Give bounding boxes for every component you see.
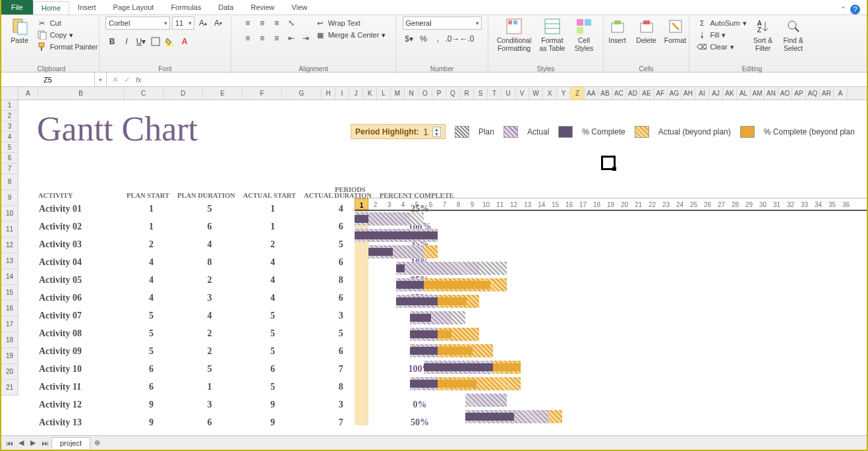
indent-inc-button[interactable]: ⇥ <box>299 32 312 45</box>
dec-decimal-button[interactable]: ←.0 <box>461 32 474 45</box>
period-spinner[interactable]: ▲▼ <box>432 127 441 137</box>
percent-button[interactable]: % <box>417 32 430 45</box>
gantt-chart: 1234567891011121314151617181920212223242… <box>355 198 867 425</box>
sort-filter-button[interactable]: AZSort & Filter <box>749 16 777 52</box>
font-family-select[interactable]: Corbel <box>105 16 170 30</box>
tab-data[interactable]: Data <box>210 1 242 15</box>
column-headers[interactable]: ABCDEFGHIJKLMNOPQRSTUVWXYZAAABACADAEAFAG… <box>18 87 867 100</box>
legend-beyond-swatch <box>635 126 649 138</box>
wrap-text-button[interactable]: ↩Wrap Text <box>315 18 386 28</box>
format-as-table-button[interactable]: Format as Table <box>538 16 567 52</box>
currency-button[interactable]: $▾ <box>403 32 416 45</box>
svg-rect-5 <box>41 47 42 51</box>
row-headers[interactable]: 123456789101112131415161718192021 <box>1 100 18 396</box>
name-box-dropdown[interactable]: ▾ <box>95 73 107 86</box>
page-title: Gantt Chart <box>37 109 198 148</box>
italic-button[interactable]: I <box>120 35 133 48</box>
help-icon[interactable]: ? <box>850 5 860 15</box>
group-editing: ΣAutoSum▾ ⭳Fill▾ ⌫Clear▾ AZSort & Filter… <box>689 16 815 73</box>
sheet-nav-next[interactable]: ▶ <box>28 438 38 447</box>
ribbon-tabs: File HomeInsertPage LayoutFormulasDataRe… <box>1 0 867 15</box>
find-select-button[interactable]: Find & Select <box>780 16 807 52</box>
font-color-button[interactable]: A <box>178 35 191 48</box>
grow-font-button[interactable]: A▴ <box>196 16 210 30</box>
select-all-corner[interactable] <box>1 87 18 100</box>
svg-rect-3 <box>40 32 46 40</box>
align-center-button[interactable]: ≡ <box>256 32 269 45</box>
group-font: Corbel 11 A▴ A▾ B I U▾ A Font <box>100 16 231 73</box>
format-button[interactable]: Format <box>662 16 689 44</box>
legend: Period Highlight: 1 ▲▼ Plan Actual % Com… <box>351 124 855 139</box>
paste-button[interactable]: Paste <box>5 16 34 44</box>
sheet-tab-bar: ⏮ ◀ ▶ ⏭ project ⊕ <box>1 435 867 450</box>
group-alignment: ≡ ≡ ≡ ⤡ ≡ ≡ ≡ ⇤ ⇥ ↩Wrap Text ▦Mer <box>231 16 396 73</box>
align-right-button[interactable]: ≡ <box>270 32 283 45</box>
svg-rect-18 <box>614 20 621 24</box>
conditional-formatting-button[interactable]: Conditional Formatting <box>493 16 535 52</box>
align-middle-button[interactable]: ≡ <box>256 16 269 30</box>
group-label: Alignment <box>231 65 395 73</box>
font-size-select[interactable]: 11 <box>172 16 194 30</box>
tab-page-layout[interactable]: Page Layout <box>105 1 163 15</box>
legend-pcb-swatch <box>740 126 755 138</box>
ribbon-minimize-icon[interactable]: ⌃ <box>840 5 846 14</box>
sheet-nav-prev[interactable]: ◀ <box>16 438 26 447</box>
align-left-button[interactable]: ≡ <box>241 32 254 45</box>
svg-rect-14 <box>577 19 583 26</box>
insert-icon <box>609 18 626 35</box>
wrap-icon: ↩ <box>315 18 326 28</box>
indent-dec-button[interactable]: ⇤ <box>285 32 298 45</box>
group-cells: Insert Delete Format Cells <box>604 16 689 73</box>
name-box[interactable] <box>1 73 95 86</box>
svg-rect-4 <box>39 43 44 47</box>
svg-line-25 <box>795 28 799 32</box>
tab-formulas[interactable]: Formulas <box>162 1 210 15</box>
tab-file[interactable]: File <box>1 0 33 15</box>
comma-button[interactable]: , <box>432 32 445 45</box>
table-icon <box>544 18 561 35</box>
shrink-font-button[interactable]: A▾ <box>212 16 225 30</box>
copy-icon <box>37 30 47 40</box>
border-button[interactable] <box>149 35 162 48</box>
fill-button[interactable]: ⭳Fill▾ <box>697 30 746 40</box>
scissors-icon: ✂ <box>37 18 47 28</box>
cut-button[interactable]: ✂Cut <box>37 18 98 28</box>
cell-styles-button[interactable]: Cell Styles <box>569 16 598 52</box>
sheet-tab-project[interactable]: project <box>51 437 90 449</box>
fill-color-button[interactable] <box>163 35 177 48</box>
sort-icon: AZ <box>755 18 772 35</box>
enter-icon[interactable]: ✓ <box>124 75 130 84</box>
delete-button[interactable]: Delete <box>633 16 660 44</box>
sheet-nav-first[interactable]: ⏮ <box>4 439 14 447</box>
underline-button[interactable]: U▾ <box>134 35 148 48</box>
merge-center-button[interactable]: ▦Merge & Center▾ <box>315 30 386 40</box>
worksheet-cells[interactable]: Gantt Chart Period Highlight: 1 ▲▼ Plan … <box>18 100 867 435</box>
group-clipboard: Paste ✂Cut Copy▾ Format Painter Clipboar… <box>4 16 100 73</box>
inc-decimal-button[interactable]: .0→ <box>446 32 459 45</box>
formula-bar: ▾ ✕ ✓ fx <box>1 73 867 87</box>
tab-view[interactable]: View <box>283 1 316 15</box>
copy-button[interactable]: Copy▾ <box>37 30 98 40</box>
cancel-icon[interactable]: ✕ <box>112 75 119 84</box>
new-sheet-button[interactable]: ⊕ <box>92 438 102 447</box>
svg-rect-11 <box>545 19 560 34</box>
tab-insert[interactable]: Insert <box>69 1 105 15</box>
bold-button[interactable]: B <box>105 35 119 48</box>
insert-button[interactable]: Insert <box>604 16 631 44</box>
svg-text:Z: Z <box>757 26 761 34</box>
tab-review[interactable]: Review <box>242 1 283 15</box>
sheet-nav-last[interactable]: ⏭ <box>40 439 50 447</box>
tab-home[interactable]: Home <box>33 1 69 15</box>
group-label: Cells <box>604 65 689 73</box>
orientation-button[interactable]: ⤡ <box>285 16 298 30</box>
align-bottom-button[interactable]: ≡ <box>270 16 283 30</box>
active-cell-indicator <box>601 156 616 170</box>
fx-icon[interactable]: fx <box>136 76 142 84</box>
format-painter-button[interactable]: Format Painter <box>37 42 98 52</box>
align-top-button[interactable]: ≡ <box>241 16 254 30</box>
autosum-button[interactable]: ΣAutoSum▾ <box>697 18 746 28</box>
number-format-select[interactable]: General <box>403 16 482 30</box>
legend-plan-swatch <box>455 126 469 138</box>
clear-button[interactable]: ⌫Clear▾ <box>697 42 746 52</box>
legend-pc-swatch <box>558 126 573 138</box>
